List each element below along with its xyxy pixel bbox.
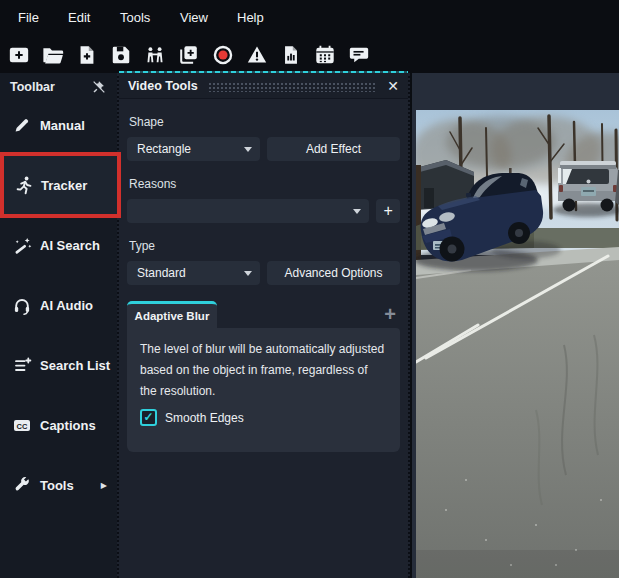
wrench-icon [12, 475, 32, 495]
reasons-select[interactable] [127, 199, 369, 223]
menu-edit[interactable]: Edit [68, 10, 90, 25]
type-label: Type [129, 239, 400, 253]
menu-view[interactable]: View [180, 10, 208, 25]
effect-tab-row: Adaptive Blur + [127, 301, 400, 328]
shape-label: Shape [129, 115, 400, 129]
menu-file[interactable]: File [18, 10, 39, 25]
video-pane [410, 73, 619, 578]
caret-down-icon [244, 147, 252, 152]
shape-select-value: Rectangle [137, 142, 191, 156]
sidebar-item-label: Tools [40, 478, 74, 493]
sidebar-item-label: Search List [40, 358, 110, 373]
panel-body: Shape Rectangle Add Effect Reasons + Typ… [119, 99, 408, 452]
save-icon[interactable] [110, 44, 132, 66]
panel-titlebar: Video Tools ✕ [119, 73, 408, 99]
sidebar: Toolbar Manual Tracker AI Search [0, 73, 117, 578]
smooth-edges-row[interactable]: ✓ Smooth Edges [140, 409, 387, 426]
menu-tools[interactable]: Tools [120, 10, 150, 25]
tab-adaptive-blur[interactable]: Adaptive Blur [127, 301, 217, 328]
smooth-edges-label: Smooth Edges [165, 411, 244, 425]
sidebar-item-ai-search[interactable]: AI Search [0, 215, 117, 275]
shape-select[interactable]: Rectangle [127, 137, 260, 161]
adaptive-blur-description: The level of blur will be automatically … [140, 339, 387, 402]
warning-icon[interactable] [246, 44, 268, 66]
sidebar-item-label: AI Audio [40, 298, 93, 313]
sidebar-item-label: Captions [40, 418, 96, 433]
pane-divider [410, 73, 412, 578]
app-window: File Edit Tools View Help [0, 0, 619, 578]
list-add-icon [12, 355, 32, 375]
unpin-icon[interactable] [91, 79, 107, 95]
sidebar-title: Toolbar [10, 80, 55, 94]
caret-down-icon [244, 271, 252, 276]
captions-icon: CC [12, 415, 32, 435]
menu-bar: File Edit Tools View Help [0, 0, 619, 36]
svg-text:CC: CC [17, 422, 28, 431]
type-select[interactable]: Standard [127, 261, 260, 285]
sidebar-item-ai-audio[interactable]: AI Audio [0, 275, 117, 335]
copy-add-icon[interactable] [178, 44, 200, 66]
add-tab-button[interactable]: + [384, 302, 396, 326]
menu-help[interactable]: Help [237, 10, 264, 25]
sidebar-item-label: AI Search [40, 238, 100, 253]
pencil-icon [12, 115, 32, 135]
report-chart-icon[interactable] [280, 44, 302, 66]
sidebar-item-tracker[interactable]: Tracker [0, 152, 121, 218]
video-frame[interactable] [416, 110, 619, 578]
video-tools-panel: Video Tools ✕ Shape Rectangle Add Effect… [117, 71, 410, 578]
caret-down-icon [353, 209, 361, 214]
advanced-options-button[interactable]: Advanced Options [267, 261, 400, 285]
sidebar-item-tools[interactable]: Tools ▶ [0, 455, 117, 515]
headset-icon [12, 295, 32, 315]
close-icon[interactable]: ✕ [387, 79, 399, 93]
panel-drag-handle[interactable] [208, 82, 378, 92]
sidebar-item-search-list[interactable]: Search List [0, 335, 117, 395]
new-project-icon[interactable] [8, 44, 30, 66]
chevron-right-icon: ▶ [101, 481, 107, 490]
smooth-edges-checkbox[interactable]: ✓ [140, 409, 157, 426]
comment-icon[interactable] [348, 44, 370, 66]
open-folder-icon[interactable] [42, 44, 64, 66]
sidebar-item-label: Manual [40, 118, 85, 133]
add-reason-button[interactable]: + [376, 199, 400, 223]
icon-toolbar [0, 36, 619, 73]
add-effect-button[interactable]: Add Effect [267, 137, 400, 161]
add-file-icon[interactable] [76, 44, 98, 66]
sidebar-item-label: Tracker [41, 178, 87, 193]
panel-title: Video Tools [128, 79, 198, 93]
sidebar-item-manual[interactable]: Manual [0, 95, 117, 155]
adaptive-blur-content: The level of blur will be automatically … [127, 328, 400, 452]
type-select-value: Standard [137, 266, 186, 280]
runner-icon [13, 175, 33, 195]
magic-wand-icon [12, 235, 32, 255]
record-icon[interactable] [212, 44, 234, 66]
calendar-icon[interactable] [314, 44, 336, 66]
check-icon: ✓ [143, 410, 153, 424]
people-icon[interactable] [144, 44, 166, 66]
sidebar-item-captions[interactable]: CC Captions [0, 395, 117, 455]
reasons-label: Reasons [129, 177, 400, 191]
